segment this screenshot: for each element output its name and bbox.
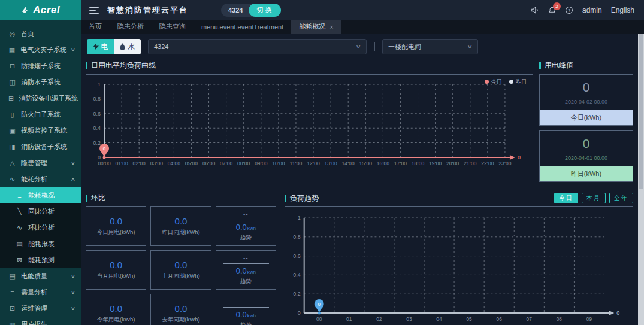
tab-event-treatment[interactable]: menu.event.eventTreatment (193, 20, 291, 34)
stat-value: 0.0 (110, 303, 122, 314)
svg-text:14:00: 14:00 (342, 160, 355, 166)
header-right: 2 ? admin English (531, 6, 644, 14)
sidebar-item-ops-mgmt[interactable]: ⊡运维管理∨ (0, 300, 81, 317)
fire-power-icon: ⊞ (8, 95, 14, 102)
tab-home[interactable]: 首页 (81, 20, 110, 34)
sidebar-item-fire-water[interactable]: ◫消防水子系统 (0, 74, 81, 90)
station-select[interactable]: 4324 ∨ (148, 39, 367, 54)
power-quality-icon: ▤ (8, 272, 16, 280)
svg-text:09:00: 09:00 (255, 160, 268, 166)
username[interactable]: admin (582, 6, 602, 14)
peak-label: 今日(kWh) (540, 110, 633, 125)
stat-value: 0.0 (175, 260, 188, 270)
video-monitor-icon: ▣ (8, 127, 16, 135)
logo-mark-icon (21, 5, 30, 14)
stat-card-main: 0.0今年用电(kWh) (86, 294, 146, 325)
switch-station-button[interactable]: 切换 (249, 4, 281, 17)
load-trend-title: 负荷趋势 (285, 193, 319, 203)
sidebar-item-hazard-mgmt[interactable]: △隐患管理∨ (0, 155, 81, 171)
legend-item[interactable]: 今日 (485, 78, 502, 86)
load-trend-chart-box: 00.20.40.60.810001020304050607080900 (285, 206, 633, 325)
svg-text:07:00: 07:00 (220, 160, 233, 166)
app-title: 智慧消防管理云平台 (107, 5, 188, 16)
vertical-scrollbar[interactable] (638, 20, 644, 325)
stat-label: 当月用电(kWh) (97, 272, 135, 280)
range-month-button[interactable]: 本月 (582, 193, 606, 203)
range-today-button[interactable]: 今日 (554, 193, 578, 203)
electric-toggle-button[interactable]: 电 (87, 39, 114, 54)
daily-load-title: 日用电平均负荷曲线 (86, 60, 533, 71)
svg-text:13:00: 13:00 (324, 160, 337, 166)
tab-hazard-query[interactable]: 隐患查询 (152, 20, 193, 34)
svg-text:15:00: 15:00 (359, 160, 373, 166)
peak-panel: 用电峰值 02020-04-02 00:00今日(kWh)02020-04-01… (539, 60, 633, 187)
peak-label: 昨日(kWh) (540, 166, 633, 181)
trend-placeholder: -- (243, 211, 249, 217)
dropdown-arrow-icon: ∨ (356, 44, 362, 50)
svg-text:0: 0 (616, 310, 619, 316)
svg-text:18:00: 18:00 (412, 160, 425, 166)
sidebar-subitem-yoy-analysis[interactable]: ╲同比分析 (0, 203, 81, 220)
sidebar-subitem-energy-overview[interactable]: ≡能耗概况 (0, 187, 81, 203)
stat-card-trend: --0.0kwh趋势 (216, 206, 276, 246)
sidebar-item-home[interactable]: ◎首页 (0, 26, 81, 42)
sidebar-subitem-label: 能耗报表 (28, 239, 55, 248)
svg-text:0: 0 (518, 154, 521, 160)
app-window: Acrel 智慧消防管理云平台 4324 切换 2 ? admin Englis… (0, 0, 644, 325)
scrollbar-thumb[interactable] (639, 21, 643, 189)
water-toggle-button[interactable]: 水 (114, 39, 141, 54)
svg-text:01: 01 (346, 316, 352, 322)
sidebar-item-fire-door[interactable]: ▯防火门子系统 (0, 107, 81, 123)
energy-forecast-icon: ⊠ (16, 256, 23, 264)
sidebar-item-label: 消防设备子系统 (21, 142, 67, 151)
sidebar-item-label: 防排烟子系统 (21, 62, 61, 71)
tab-label: 首页 (89, 22, 102, 31)
sidebar-subitem-mom-analysis[interactable]: ∿环比分析 (0, 220, 81, 236)
sidebar-item-video-monitor[interactable]: ▣视频监控子系统 (0, 123, 81, 139)
range-year-button[interactable]: 全年 (609, 193, 633, 203)
trend-label: 趋势 (240, 278, 252, 285)
svg-text:09: 09 (586, 316, 592, 322)
svg-text:0: 0 (318, 302, 321, 307)
svg-text:0.4: 0.4 (293, 272, 300, 278)
room-select[interactable]: 一楼配电间 ∨ (382, 39, 478, 54)
main-content: 电 水 4324 ∨ 一楼配电间 ∨ 日用电平均负 (81, 34, 638, 325)
speaker-icon[interactable] (531, 6, 539, 14)
lightning-icon (93, 43, 99, 50)
svg-text:19:00: 19:00 (429, 160, 442, 166)
sidebar-subitem-energy-report[interactable]: ▤能耗报表 (0, 236, 81, 252)
sidebar-item-power-quality[interactable]: ▤电能质量∨ (0, 268, 81, 284)
trend-value-unit: 0.0kwh (236, 266, 256, 275)
fire-door-icon: ▯ (8, 111, 16, 119)
tab-energy-overview[interactable]: 能耗概况× (291, 20, 341, 34)
sidebar-item-user-report[interactable]: ▥用户报告 (0, 317, 81, 325)
menu-collapse-icon[interactable] (89, 7, 99, 14)
trend-unit: kwh (247, 269, 256, 275)
legend-item[interactable]: 昨日 (509, 78, 527, 86)
help-icon[interactable]: ? (565, 6, 573, 14)
sidebar-item-electrical-fire[interactable]: ▦电气火灾子系统∨ (0, 42, 81, 58)
bell-icon[interactable]: 2 (548, 6, 556, 14)
sidebar-item-label: 用户报告 (21, 320, 47, 325)
svg-text:0.8: 0.8 (293, 234, 300, 240)
tab-hazard-analysis[interactable]: 隐患分析 (110, 20, 152, 34)
water-drop-icon (120, 43, 125, 50)
close-icon[interactable]: × (329, 23, 333, 31)
sidebar-subitem-energy-forecast[interactable]: ⊠能耗预测 (0, 252, 81, 268)
stat-label: 去年同期(kWh) (162, 316, 199, 324)
home-icon: ◎ (8, 30, 16, 38)
sidebar-item-fire-device[interactable]: ◨消防设备子系统 (0, 139, 81, 155)
sidebar-item-fire-power[interactable]: ⊞消防设备电源子系统 (0, 90, 81, 107)
trend-value-unit: 0.0kwh (236, 310, 256, 319)
yoy-icon: ╲ (16, 208, 23, 215)
sidebar-item-label: 电气火灾子系统 (20, 45, 66, 54)
tab-label: 能耗概况 (299, 22, 325, 31)
sidebar-item-demand-analysis[interactable]: ≡需量分析∨ (0, 284, 81, 300)
language-switch[interactable]: English (611, 6, 634, 14)
energy-report-icon: ▤ (16, 240, 23, 248)
sidebar-item-smoke-exhaust[interactable]: ⊟防排烟子系统 (0, 58, 81, 74)
svg-text:0.6: 0.6 (293, 253, 300, 259)
logo-text: Acrel (33, 4, 60, 16)
sidebar-item-energy-analysis[interactable]: ∿能耗分析∧ (0, 171, 81, 187)
peak-title: 用电峰值 (539, 60, 633, 71)
